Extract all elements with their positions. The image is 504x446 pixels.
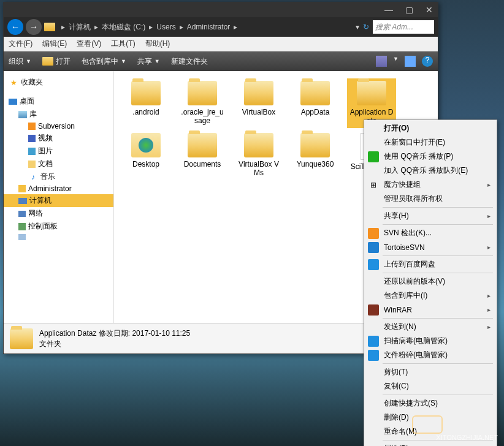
context-menu-item[interactable]: 加入 QQ音乐 播放队列(E): [365, 164, 495, 178]
file-label: VirtualBox VMs: [237, 160, 281, 178]
search-input[interactable]: 搜索 Adm...: [373, 20, 434, 34]
context-menu-separator: [383, 395, 493, 395]
share-button[interactable]: 共享▼: [137, 56, 160, 67]
context-menu-item[interactable]: 打开(O): [365, 121, 495, 135]
context-menu-item[interactable]: 扫描病毒(电脑管家): [365, 334, 495, 348]
context-menu-item[interactable]: 属性(R): [365, 442, 495, 446]
context-menu-item[interactable]: 文件粉碎(电脑管家): [365, 348, 495, 362]
sidebar-item-administrator[interactable]: Administrator: [4, 183, 113, 194]
new-folder-button[interactable]: 新建文件夹: [171, 56, 208, 67]
context-menu-item[interactable]: 发送到(N)▸: [365, 320, 495, 334]
status-type: 文件夹: [39, 339, 61, 348]
svn-icon: [28, 123, 36, 130]
status-date-label: 修改日期:: [99, 329, 130, 338]
blank-icon: [368, 165, 379, 176]
submenu-arrow-icon: ▸: [487, 213, 491, 219]
library-node[interactable]: 库: [4, 108, 113, 121]
context-menu-label: 文件粉碎(电脑管家): [384, 350, 491, 360]
favorites-node[interactable]: ★收藏夹: [4, 76, 113, 89]
include-library-button[interactable]: 包含到库中▼: [82, 56, 126, 67]
context-menu-separator: [383, 363, 493, 364]
context-menu-item[interactable]: 使用 QQ音乐 播放(P): [365, 149, 495, 164]
file-item[interactable]: .android: [121, 78, 170, 128]
arrow-left-icon: ←: [11, 22, 20, 32]
folder-icon: [188, 81, 217, 105]
grid-icon: ⊞: [368, 180, 379, 191]
context-menu-item[interactable]: WinRAR▸: [365, 303, 495, 317]
context-menu-item[interactable]: TortoiseSVN▸: [365, 240, 495, 254]
blank-icon: [368, 123, 379, 134]
help-icon[interactable]: ?: [422, 56, 433, 67]
context-menu-label: 属性(R): [384, 444, 491, 446]
context-menu-item[interactable]: ⊞魔方快捷组▸: [365, 178, 495, 192]
file-label: AppData: [301, 108, 330, 116]
context-menu-item[interactable]: 包含到库中(I)▸: [365, 289, 495, 303]
context-menu-separator: [383, 224, 493, 225]
sidebar-item-pictures[interactable]: 图片: [4, 145, 113, 157]
context-menu-item[interactable]: 还原以前的版本(V): [365, 274, 495, 289]
context-menu-item[interactable]: 剪切(T): [365, 365, 495, 379]
context-menu-item[interactable]: SVN 检出(K)...: [365, 226, 495, 240]
sidebar-item-empty[interactable]: [4, 233, 113, 241]
close-button[interactable]: ✕: [426, 5, 433, 15]
context-menu-item[interactable]: 上传到百度网盘: [365, 257, 495, 271]
context-menu-label: 管理员取得所有权: [384, 194, 491, 204]
menu-edit[interactable]: 编辑(E): [42, 39, 67, 49]
file-item[interactable]: Yunque360: [291, 130, 340, 180]
dropdown-icon[interactable]: ▾: [356, 23, 359, 31]
arrow-right-icon: →: [29, 22, 38, 32]
context-menu-label: 加入 QQ音乐 播放队列(E): [384, 165, 491, 176]
sidebar-item-documents[interactable]: 文档: [4, 157, 113, 170]
blank-icon: [368, 412, 379, 423]
sidebar-item-subversion[interactable]: Subversion: [4, 121, 113, 132]
file-item[interactable]: VirtualBox: [234, 78, 283, 128]
star-icon: ★: [9, 78, 18, 88]
menu-help[interactable]: 帮助(H): [145, 39, 170, 49]
svn-icon: [368, 228, 379, 239]
folder-icon: [300, 81, 330, 105]
nav-back-button[interactable]: ←: [7, 19, 23, 35]
view-dropdown-icon[interactable]: ▼: [393, 56, 399, 67]
context-menu-item[interactable]: 创建快捷方式(S): [365, 396, 495, 410]
control-panel-icon: [18, 223, 26, 230]
context-menu-item[interactable]: 在新窗口中打开(E): [365, 135, 495, 149]
context-menu-label: WinRAR: [384, 306, 483, 314]
nav-forward-button[interactable]: →: [26, 19, 42, 35]
context-menu-label: 创建快捷方式(S): [384, 398, 491, 409]
sidebar-item-controlpanel[interactable]: 控制面板: [4, 220, 113, 233]
watermark-text: XITONGZHIJIA.NET: [436, 434, 498, 441]
view-mode-icon[interactable]: [376, 56, 387, 67]
open-button[interactable]: 打开: [42, 56, 71, 67]
context-menu-item[interactable]: 管理员取得所有权: [365, 192, 495, 206]
status-name: Application Dataz: [39, 329, 96, 338]
sidebar-item-music[interactable]: ♪音乐: [4, 170, 113, 183]
file-item[interactable]: VirtualBox VMs: [234, 130, 283, 180]
minimize-button[interactable]: —: [384, 5, 393, 15]
maximize-button[interactable]: ▢: [405, 5, 413, 15]
folder-icon: [42, 57, 53, 66]
organize-button[interactable]: 组织▼: [9, 56, 31, 67]
menu-view[interactable]: 查看(V): [77, 39, 101, 49]
breadcrumb[interactable]: ▸计算机 ▸本地磁盘 (C:) ▸Users ▸Administrator ▸: [58, 22, 353, 32]
sidebar-item-network[interactable]: 网络: [4, 207, 113, 220]
file-item[interactable]: .oracle_jre_usage: [178, 78, 227, 128]
context-menu-item[interactable]: 共享(H)▸: [365, 209, 495, 223]
computer-icon: [18, 198, 27, 204]
submenu-arrow-icon: ▸: [487, 292, 491, 299]
desktop-node[interactable]: 桌面: [4, 95, 113, 108]
menu-file[interactable]: 文件(F): [9, 39, 32, 49]
file-item[interactable]: Desktop: [121, 130, 170, 180]
context-menu-label: 扫描病毒(电脑管家): [384, 336, 491, 346]
preview-pane-icon[interactable]: [405, 56, 416, 67]
refresh-icon[interactable]: ↻: [363, 23, 369, 31]
blank-icon: [368, 426, 379, 437]
file-item[interactable]: AppData: [291, 78, 340, 128]
file-item[interactable]: Documents: [178, 130, 227, 180]
context-menu-item[interactable]: 复制(C): [365, 379, 495, 393]
menu-tools[interactable]: 工具(T): [111, 39, 135, 49]
file-label: .oracle_jre_usage: [180, 108, 224, 126]
library-icon: [18, 111, 27, 118]
sidebar-item-video[interactable]: 视频: [4, 132, 113, 145]
context-menu-label: 发送到(N): [384, 322, 483, 332]
sidebar-item-computer[interactable]: 计算机: [4, 194, 113, 207]
